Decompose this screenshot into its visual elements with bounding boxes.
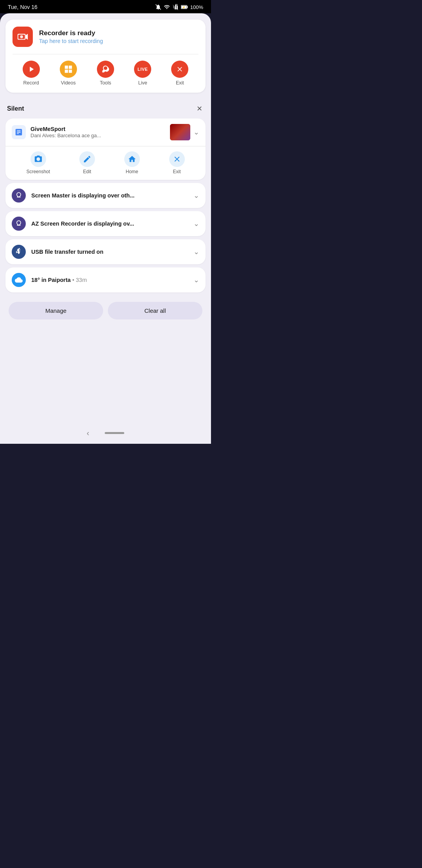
status-icons: ⚡ 100% [155, 4, 203, 10]
az-recorder-row: AZ Screen Recorder is displaying ov... ⌄ [5, 211, 206, 236]
az-recorder-message: AZ Screen Recorder is displaying ov... [31, 221, 193, 227]
status-time: Tue, Nov 16 [8, 4, 38, 10]
usb-expand[interactable]: ⌄ [193, 247, 199, 256]
givemesport-thumbnail [170, 124, 190, 140]
svg-marker-6 [26, 34, 28, 40]
home-label: Home [126, 169, 138, 174]
status-bar: Tue, Nov 16 ⚡ 100% [0, 0, 211, 13]
recorder-live-button[interactable]: LIVE Live [134, 61, 151, 86]
usb-text: USB file transfer turned on [31, 249, 193, 255]
edit-icon [79, 151, 95, 167]
weather-message: 18° in Paiporta • 33m [31, 277, 193, 283]
az-recorder-text: AZ Screen Recorder is displaying ov... [31, 221, 193, 227]
recorder-record-button[interactable]: Record [23, 61, 40, 86]
weather-icon [12, 273, 26, 287]
notification-shade: Recorder is ready Tap here to start reco… [0, 13, 211, 424]
recorder-card[interactable]: Recorder is ready Tap here to start reco… [5, 20, 206, 93]
videos-label: Videos [61, 80, 76, 86]
recorder-divider [13, 54, 198, 54]
givemesport-row: GiveMeSport Dani Alves: Barcelona ace ga… [5, 118, 206, 146]
screenshot-label: Screenshot [26, 169, 50, 174]
screen-master-card[interactable]: Screen Master is displaying over oth... … [5, 183, 206, 208]
battery-percent: 100% [190, 4, 203, 10]
gms-screenshot-button[interactable]: Screenshot [26, 151, 50, 174]
screen-master-icon [12, 188, 26, 203]
givemesport-expand-button[interactable]: ⌄ [193, 128, 199, 136]
weather-text: 18° in Paiporta • 33m [31, 277, 193, 283]
record-icon [23, 61, 40, 78]
givemesport-icon [12, 125, 26, 139]
recorder-header: Recorder is ready Tap here to start reco… [13, 27, 198, 47]
recorder-text: Recorder is ready Tap here to start reco… [39, 29, 103, 44]
az-recorder-card[interactable]: AZ Screen Recorder is displaying ov... ⌄ [5, 211, 206, 236]
battery-icon: ⚡ [181, 4, 188, 10]
svg-point-8 [20, 35, 23, 38]
wifi-icon [164, 4, 170, 10]
recorder-app-icon [13, 27, 33, 47]
screen-master-message: Screen Master is displaying over oth... [31, 192, 193, 199]
gms-exit-button[interactable]: Exit [169, 151, 185, 174]
recorder-actions: Record Videos Tools [13, 61, 198, 86]
live-label: Live [138, 80, 147, 86]
givemesport-app-name: GiveMeSport [30, 126, 170, 132]
edit-label: Edit [83, 169, 91, 174]
weather-expand[interactable]: ⌄ [193, 276, 199, 284]
givemesport-card[interactable]: GiveMeSport Dani Alves: Barcelona ace ga… [5, 118, 206, 180]
signal-icon [172, 4, 179, 10]
tools-icon [97, 61, 114, 78]
record-label: Record [23, 80, 39, 86]
clear-all-button[interactable]: Clear all [108, 302, 202, 319]
live-icon: LIVE [134, 61, 151, 78]
silent-header: Silent ✕ [5, 99, 206, 118]
home-icon [124, 151, 140, 167]
svg-text:⚡: ⚡ [182, 5, 186, 9]
mute-icon [155, 4, 161, 10]
recorder-videos-button[interactable]: Videos [60, 61, 77, 86]
usb-card[interactable]: USB file transfer turned on ⌄ [5, 239, 206, 264]
manage-button[interactable]: Manage [9, 302, 103, 319]
gms-home-button[interactable]: Home [124, 151, 140, 174]
screen-master-expand[interactable]: ⌄ [193, 191, 199, 200]
gms-edit-button[interactable]: Edit [79, 151, 95, 174]
recorder-subtitle: Tap here to start recording [39, 38, 103, 44]
silent-label: Silent [7, 105, 24, 112]
usb-row: USB file transfer turned on ⌄ [5, 239, 206, 264]
usb-message: USB file transfer turned on [31, 249, 193, 255]
silent-close-button[interactable]: ✕ [195, 103, 204, 115]
exit-recorder-icon [171, 61, 188, 78]
svg-rect-2 [187, 6, 188, 8]
az-recorder-expand[interactable]: ⌄ [193, 219, 199, 228]
tools-label: Tools [100, 80, 111, 86]
recorder-exit-button[interactable]: Exit [171, 61, 188, 86]
screen-master-text: Screen Master is displaying over oth... [31, 192, 193, 199]
weather-card[interactable]: 18° in Paiporta • 33m ⌄ [5, 267, 206, 292]
recorder-tools-button[interactable]: Tools [97, 61, 114, 86]
givemesport-actions: Screenshot Edit Home [5, 146, 206, 180]
screen-master-row: Screen Master is displaying over oth... … [5, 183, 206, 208]
back-button[interactable]: ‹ [87, 429, 89, 438]
screenshot-icon [30, 151, 46, 167]
recorder-title: Recorder is ready [39, 29, 103, 37]
weather-row: 18° in Paiporta • 33m ⌄ [5, 267, 206, 292]
givemesport-headline: Dani Alves: Barcelona ace ga... [30, 133, 170, 138]
givemesport-text: GiveMeSport Dani Alves: Barcelona ace ga… [30, 126, 170, 138]
navigation-bar: ‹ [0, 424, 211, 444]
exit-gms-label: Exit [173, 169, 181, 174]
home-indicator[interactable] [105, 432, 124, 434]
usb-icon [12, 245, 26, 259]
bottom-actions: Manage Clear all [5, 296, 206, 323]
exit-gms-icon [169, 151, 185, 167]
exit-recorder-label: Exit [176, 80, 184, 86]
videos-icon [60, 61, 77, 78]
az-recorder-icon [12, 217, 26, 231]
